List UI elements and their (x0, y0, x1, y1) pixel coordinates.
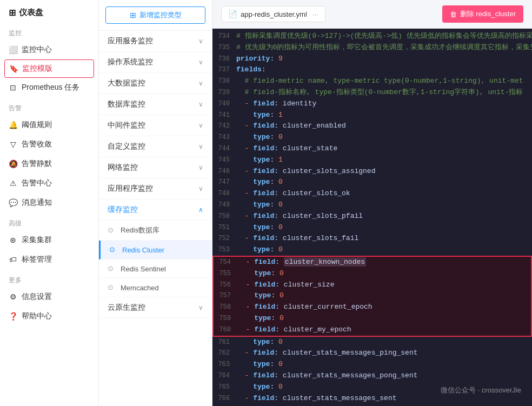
main-toolbar: 📄 app-redis_cluster.yml ··· 🗑 删除 redis_c… (212, 0, 532, 29)
line-number: 762 (212, 348, 236, 358)
code-line-737: 737fields: (212, 64, 532, 76)
file-icon: 📄 (228, 10, 237, 18)
code-line-750: 750 - field: cluster_slots_pfail (212, 211, 532, 222)
code-line-748: 748 - field: cluster_slots_ok (212, 188, 532, 199)
chevron-down-icon: ∨ (198, 122, 203, 129)
category-os[interactable]: 操作系统监控 ∨ (99, 52, 212, 73)
sidebar-item-notify[interactable]: 💬 消息通知 (0, 193, 98, 212)
line-number: 755 (214, 268, 237, 279)
code-line-764: 764 - field: cluster_stats_messages_pong… (212, 370, 532, 382)
list-item-memcached[interactable]: ⊙ Memcached (99, 278, 212, 297)
line-number: 746 (212, 166, 236, 177)
code-line-759: 759 type: 0 (212, 313, 532, 324)
sidebar-title: 仪表盘 (19, 8, 43, 18)
code-line-757: 757 type: 0 (212, 290, 532, 302)
chevron-down-icon: ∨ (198, 79, 203, 87)
monitor-icon: ⬜ (9, 45, 17, 54)
line-content: - field: cluster_state (236, 143, 532, 155)
code-line-767: 767 type: 0 (212, 404, 532, 406)
dashboard-icon: ⊞ (9, 8, 16, 18)
category-bigdata[interactable]: 大数据监控 ∨ (99, 73, 212, 94)
code-line-751: 751 type: 0 (212, 222, 532, 234)
category-app-service[interactable]: 应用服务监控 ∨ (99, 31, 212, 52)
eye-active-icon: ⊙ (109, 245, 118, 254)
bell-icon: 🔔 (9, 121, 17, 129)
sidebar-item-monitor-center[interactable]: ⬜ 监控中心 (0, 40, 98, 59)
category-database[interactable]: 数据库监控 ∨ (99, 94, 212, 115)
sidebar-item-help[interactable]: ❓ 帮助中心 (0, 307, 98, 326)
mute-icon: 🔕 (9, 159, 17, 168)
line-content: # field-指标名称, type-指标类型(0-number数字,1-str… (236, 87, 532, 98)
sidebar-item-convergence[interactable]: ▽ 告警收敛 (0, 135, 98, 154)
category-custom[interactable]: 自定义监控 ∨ (99, 136, 212, 157)
line-content: - field: identity (236, 98, 532, 110)
line-content: type: 0 (236, 222, 532, 234)
line-number: 736 (212, 54, 236, 64)
category-cache[interactable]: 缓存监控 ∧ (99, 199, 212, 221)
cluster-icon: ⊛ (9, 236, 17, 244)
code-line-741: 741 type: 1 (212, 110, 532, 121)
advanced-section-label: 高级 (0, 212, 98, 230)
code-line-755: 755 type: 0 (212, 268, 532, 279)
line-content: - field: cluster_slots_assigned (236, 166, 532, 177)
category-cloud-native[interactable]: 云原生监控 ∨ (99, 297, 212, 318)
line-content: - field: cluster_stats_messages_sent (236, 393, 532, 404)
sidebar-item-settings[interactable]: ⚙ 信息设置 (0, 287, 98, 307)
line-content: priority: 9 (236, 54, 532, 65)
line-content: type: 0 (237, 290, 531, 302)
tag-icon: 🏷 (9, 255, 17, 264)
code-line-735: 735# 优先级为0的指标为可用性指标，即它会被首先调度，采集成功才会继续调度其… (212, 42, 532, 54)
code-editor[interactable]: 734# 指标采集调度优先级(0->127)->(优先级高->低) 优先级低的指… (212, 29, 532, 406)
line-number: 737 (212, 64, 236, 75)
alert-section-label: 告警 (0, 97, 98, 115)
delete-button[interactable]: 🗑 删除 redis_cluster (442, 5, 523, 23)
line-content: - field: cluster_enabled (236, 121, 532, 132)
monitor-section-label: 监控 (0, 22, 98, 40)
category-custom-label: 自定义监控 (108, 142, 145, 151)
category-os-label: 操作系统监控 (108, 57, 153, 67)
sidebar: ⊞ 仪表盘 监控 ⬜ 监控中心 🔖 监控模版 ⊡ Prometheus 任务 告… (0, 0, 99, 406)
category-appmon[interactable]: 应用程序监控 ∨ (99, 178, 212, 199)
line-content: type: 0 (236, 177, 532, 188)
sidebar-item-monitor-template[interactable]: 🔖 监控模版 (4, 59, 94, 78)
code-line-743: 743 type: 0 (212, 132, 532, 143)
chevron-down-icon: ∨ (198, 185, 203, 192)
code-line-736: 736priority: 9 (212, 54, 532, 65)
add-icon: ⊞ (130, 11, 136, 19)
list-item-redis-cluster[interactable]: ⊙ Redis Cluster (99, 241, 212, 259)
category-network[interactable]: 网络监控 ∨ (99, 157, 212, 178)
line-content: type: 0 (236, 359, 532, 370)
line-content: - field: cluster_slots_fail (236, 233, 532, 244)
eye-icon: ⊙ (108, 264, 116, 273)
line-number: 764 (212, 370, 236, 381)
line-content: # field-metric name, type-metric type(0-… (236, 76, 532, 87)
add-monitor-type-button[interactable]: ⊞ 新增监控类型 (105, 6, 205, 24)
code-line-746: 746 - field: cluster_slots_assigned (212, 166, 532, 177)
category-middleware[interactable]: 中间件监控 ∨ (99, 115, 212, 136)
file-tab-label: app-redis_cluster.yml (241, 10, 307, 18)
line-content: # 指标采集调度优先级(0->127)->(优先级高->低) 优先级低的指标集会… (236, 31, 532, 42)
chevron-down-icon: ∨ (198, 37, 203, 45)
sidebar-item-alert-center[interactable]: ⚠ 告警中心 (0, 174, 98, 193)
filter-icon: ▽ (9, 140, 17, 149)
list-item-redis-sentinel[interactable]: ⊙ Redis Sentinel (99, 259, 212, 278)
sidebar-item-cluster[interactable]: ⊛ 采集集群 (0, 230, 98, 250)
main-content: 📄 app-redis_cluster.yml ··· 🗑 删除 redis_c… (212, 0, 532, 406)
line-number: 740 (212, 98, 236, 109)
sidebar-item-tag[interactable]: 🏷 标签管理 (0, 250, 98, 269)
more-options-icon[interactable]: ··· (312, 10, 318, 18)
line-number: 752 (212, 233, 236, 244)
line-content: - field: cluster_stats_messages_ping_sen… (236, 348, 532, 359)
file-tab[interactable]: 📄 app-redis_cluster.yml ··· (221, 6, 325, 22)
eye-icon: ⊙ (108, 226, 116, 235)
line-content: - field: cluster_size (237, 279, 531, 291)
line-content: type: 0 (236, 199, 532, 211)
sidebar-item-prometheus[interactable]: ⊡ Prometheus 任务 (0, 78, 98, 97)
sidebar-item-silence[interactable]: 🔕 告警静默 (0, 154, 98, 174)
line-number: 743 (212, 132, 236, 143)
sidebar-item-threshold[interactable]: 🔔 阈值规则 (0, 115, 98, 135)
category-cache-label: 缓存监控 (108, 205, 138, 215)
list-item-redis-db[interactable]: ⊙ Redis数据库 (99, 221, 212, 241)
line-content: type: 0 (236, 337, 532, 348)
code-line-745: 745 type: 1 (212, 155, 532, 166)
